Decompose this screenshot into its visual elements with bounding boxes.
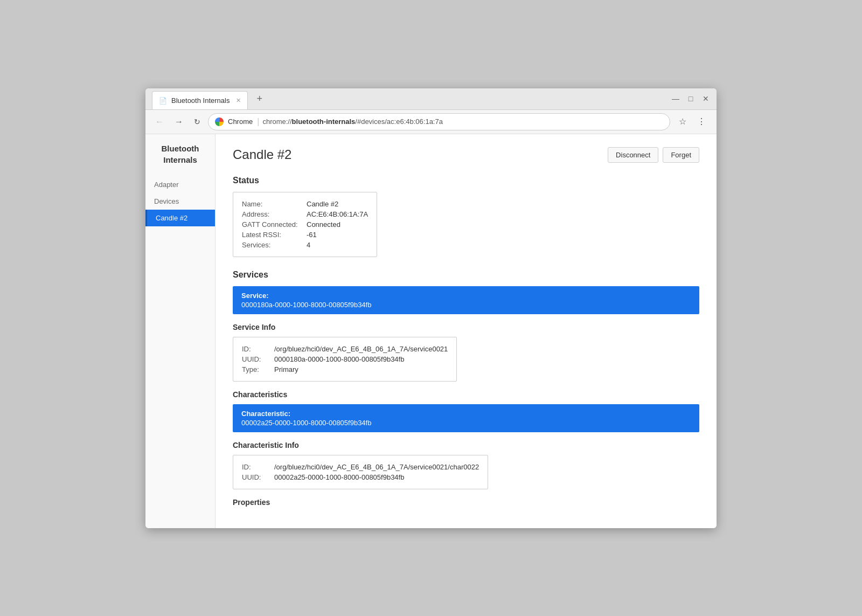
browser-window: 📄 Bluetooth Internals ✕ + — □ ✕ ← → ↻ Ch… (145, 88, 717, 528)
service-id-row: ID: /org/bluez/hci0/dev_AC_E6_4B_06_1A_7… (242, 344, 448, 354)
bookmark-button[interactable]: ☆ (675, 114, 691, 129)
characteristic-header-label: Characteristic: (241, 410, 691, 418)
status-address-row: Address: AC:E6:4B:06:1A:7A (242, 209, 368, 219)
sidebar-item-devices[interactable]: Devices (145, 193, 215, 210)
service-uuid-label: UUID: (242, 355, 274, 363)
status-gatt-label: GATT Connected: (242, 220, 307, 229)
address-divider: | (257, 117, 259, 127)
toolbar-actions: ☆ ⋮ (675, 114, 710, 129)
properties-section-title: Properties (233, 498, 699, 507)
status-address-label: Address: (242, 210, 307, 218)
reload-button[interactable]: ↻ (191, 115, 204, 128)
char-id-row: ID: /org/bluez/hci0/dev_AC_E6_4B_06_1A_7… (242, 462, 479, 472)
status-info-box: Name: Candle #2 Address: AC:E6:4B:06:1A:… (233, 192, 377, 257)
sidebar-item-adapter[interactable]: Adapter (145, 176, 215, 193)
status-services-row: Services: 4 (242, 240, 368, 250)
address-prefix: chrome:// (262, 117, 291, 126)
status-name-label: Name: (242, 200, 307, 208)
main-content: Candle #2 Disconnect Forget Status Name:… (215, 134, 717, 528)
service-header[interactable]: Service: 0000180a-0000-1000-8000-00805f9… (233, 286, 699, 314)
service-uuid-row: UUID: 0000180a-0000-1000-8000-00805f9b34… (242, 354, 448, 364)
characteristic-header[interactable]: Characteristic: 00002a25-0000-1000-8000-… (233, 404, 699, 432)
tab-close-icon[interactable]: ✕ (236, 97, 241, 104)
char-id-label: ID: (242, 463, 274, 471)
address-text: chrome://bluetooth-internals/#devices/ac… (262, 117, 663, 126)
characteristic-info-box: ID: /org/bluez/hci0/dev_AC_E6_4B_06_1A_7… (233, 455, 488, 489)
char-info-section-title: Characteristic Info (233, 441, 699, 449)
browser-tab[interactable]: 📄 Bluetooth Internals ✕ (152, 91, 248, 109)
services-section-title: Services (233, 270, 699, 280)
page-header: Candle #2 Disconnect Forget (233, 147, 699, 163)
service-id-label: ID: (242, 345, 274, 353)
char-uuid-label: UUID: (242, 473, 274, 481)
browser-toolbar: ← → ↻ Chrome | chrome://bluetooth-intern… (145, 110, 717, 134)
chrome-logo-icon (215, 117, 224, 126)
service-info-box: ID: /org/bluez/hci0/dev_AC_E6_4B_06_1A_7… (233, 337, 457, 382)
status-section-title: Status (233, 176, 699, 185)
window-controls: — □ ✕ (671, 94, 710, 103)
service-body: Service Info ID: /org/bluez/hci0/dev_AC_… (233, 314, 699, 507)
new-tab-button[interactable]: + (252, 91, 267, 107)
address-bar[interactable]: Chrome | chrome://bluetooth-internals/#d… (208, 113, 670, 130)
status-gatt-value: Connected (307, 220, 340, 229)
menu-button[interactable]: ⋮ (693, 114, 710, 129)
header-buttons: Disconnect Forget (608, 147, 699, 163)
service-type-label: Type: (242, 365, 274, 373)
address-bold: bluetooth-internals (292, 117, 356, 126)
browser-label: Chrome (228, 117, 253, 126)
char-uuid-row: UUID: 00002a25-0000-1000-8000-00805f9b34… (242, 472, 479, 482)
service-header-value: 0000180a-0000-1000-8000-00805f9b34fb (241, 301, 691, 309)
tab-favicon-icon: 📄 (159, 97, 167, 105)
sidebar-item-candle2[interactable]: Candle #2 (145, 210, 215, 226)
characteristic-body: Characteristic Info ID: /org/bluez/hci0/… (233, 432, 699, 507)
page-title: Candle #2 (233, 147, 291, 162)
disconnect-button[interactable]: Disconnect (608, 147, 658, 163)
char-uuid-value: 00002a25-0000-1000-8000-00805f9b34fb (274, 473, 404, 481)
back-button[interactable]: ← (152, 115, 167, 129)
status-services-label: Services: (242, 241, 307, 249)
status-gatt-row: GATT Connected: Connected (242, 219, 368, 230)
close-button[interactable]: ✕ (701, 94, 710, 103)
app-layout: Bluetooth Internals Adapter Devices Cand… (145, 134, 717, 528)
status-name-value: Candle #2 (307, 200, 338, 208)
sidebar-title: Bluetooth Internals (145, 143, 215, 176)
service-uuid-value: 0000180a-0000-1000-8000-00805f9b34fb (274, 355, 404, 363)
minimize-button[interactable]: — (671, 94, 680, 103)
service-header-label: Service: (241, 292, 691, 300)
title-bar: 📄 Bluetooth Internals ✕ + — □ ✕ (145, 88, 717, 110)
status-name-row: Name: Candle #2 (242, 199, 368, 209)
char-id-value: /org/bluez/hci0/dev_AC_E6_4B_06_1A_7A/se… (274, 463, 479, 471)
service-id-value: /org/bluez/hci0/dev_AC_E6_4B_06_1A_7A/se… (274, 345, 448, 353)
address-suffix: /#devices/ac:e6:4b:06:1a:7a (355, 117, 443, 126)
status-rssi-row: Latest RSSI: -61 (242, 230, 368, 240)
status-rssi-label: Latest RSSI: (242, 231, 307, 239)
tab-title: Bluetooth Internals (171, 96, 230, 105)
forget-button[interactable]: Forget (663, 147, 699, 163)
status-services-value: 4 (307, 241, 310, 249)
status-address-value: AC:E6:4B:06:1A:7A (307, 210, 368, 218)
service-type-row: Type: Primary (242, 364, 448, 375)
characteristic-header-value: 00002a25-0000-1000-8000-00805f9b34fb (241, 419, 691, 427)
forward-button[interactable]: → (171, 115, 186, 129)
characteristics-section-title: Characteristics (233, 390, 699, 399)
sidebar: Bluetooth Internals Adapter Devices Cand… (145, 134, 215, 528)
service-type-value: Primary (274, 365, 298, 373)
status-rssi-value: -61 (307, 231, 317, 239)
maximize-button[interactable]: □ (686, 94, 695, 103)
service-info-title: Service Info (233, 323, 699, 331)
